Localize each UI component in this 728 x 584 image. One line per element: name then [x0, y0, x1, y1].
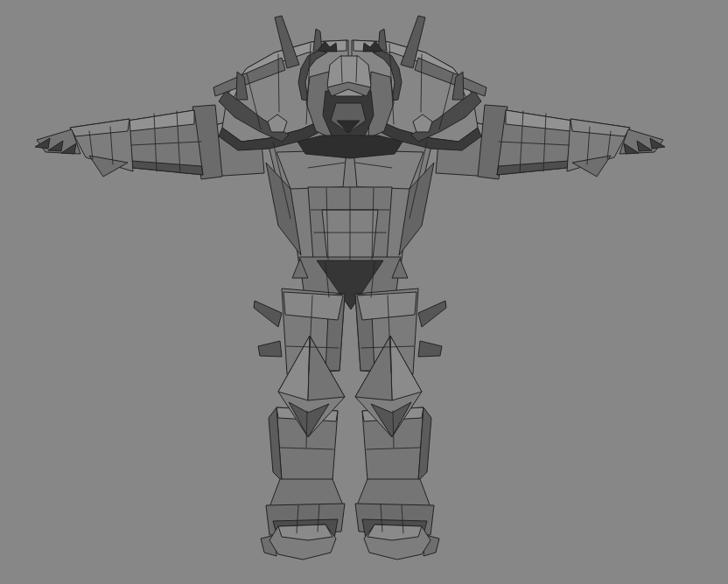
scene-canvas[interactable] [0, 0, 728, 584]
thigh-plate-left[interactable] [284, 292, 343, 320]
3d-viewport[interactable] [0, 0, 728, 584]
thigh-plate-right[interactable] [357, 292, 416, 320]
boot-flare-left[interactable] [270, 479, 343, 507]
boot-flare-right[interactable] [357, 479, 430, 507]
collar-shadow[interactable] [298, 136, 402, 158]
